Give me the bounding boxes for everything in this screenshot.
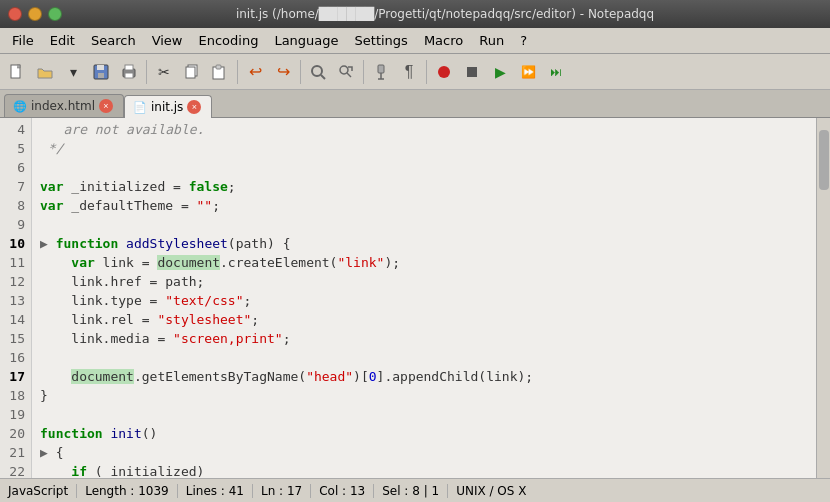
status-eol: UNIX / OS X xyxy=(448,484,534,498)
tab-icon-init: 📄 xyxy=(133,101,147,114)
line-num: 12 xyxy=(6,272,25,291)
toolbar-open[interactable] xyxy=(32,59,58,85)
toolbar-skip[interactable]: ⏭ xyxy=(543,59,569,85)
code-line-15: link.media = "screen,print"; xyxy=(40,329,808,348)
toolbar-sep-1 xyxy=(146,60,147,84)
code-line-20: function init() xyxy=(40,424,808,443)
menu-bar: File Edit Search View Encoding Language … xyxy=(0,28,830,54)
toolbar: ▾ ✂ ↩ ↪ ¶ ▶ ⏩ ⏭ xyxy=(0,54,830,90)
code-line-6 xyxy=(40,158,808,177)
maximize-btn[interactable] xyxy=(48,7,62,21)
line-num: 16 xyxy=(6,348,25,367)
tab-label-init: init.js xyxy=(151,100,183,114)
toolbar-play[interactable]: ▶ xyxy=(487,59,513,85)
tab-icon-index: 🌐 xyxy=(13,100,27,113)
code-editor[interactable]: are not available. */ var _initialized =… xyxy=(32,118,816,478)
svg-point-11 xyxy=(312,66,322,76)
menu-language[interactable]: Language xyxy=(266,31,346,50)
code-line-4: are not available. xyxy=(40,120,808,139)
line-num: 22 xyxy=(6,462,25,478)
toolbar-stop[interactable] xyxy=(459,59,485,85)
toolbar-new[interactable] xyxy=(4,59,30,85)
svg-rect-15 xyxy=(378,65,384,73)
code-line-10: ▶ function addStylesheet(path) { xyxy=(40,234,808,253)
code-line-14: link.rel = "stylesheet"; xyxy=(40,310,808,329)
code-line-19 xyxy=(40,405,808,424)
menu-settings[interactable]: Settings xyxy=(347,31,416,50)
menu-run[interactable]: Run xyxy=(471,31,512,50)
tab-init-js[interactable]: 📄 init.js × xyxy=(124,95,212,118)
svg-rect-2 xyxy=(97,65,104,70)
code-line-5: */ xyxy=(40,139,808,158)
toolbar-undo[interactable]: ↩ xyxy=(242,59,268,85)
line-num: 7 xyxy=(6,177,25,196)
line-num: 15 xyxy=(6,329,25,348)
status-bar: JavaScript Length : 1039 Lines : 41 Ln :… xyxy=(0,478,830,502)
toolbar-sep-2 xyxy=(237,60,238,84)
code-line-12: link.href = path; xyxy=(40,272,808,291)
svg-rect-5 xyxy=(125,65,133,70)
svg-line-14 xyxy=(347,73,351,77)
title-bar: init.js (/home/██████/Progetti/qt/notepa… xyxy=(0,0,830,28)
line-num: 11 xyxy=(6,253,25,272)
line-num: 21 xyxy=(6,443,25,462)
code-line-18: } xyxy=(40,386,808,405)
svg-rect-8 xyxy=(186,67,195,78)
toolbar-pin[interactable] xyxy=(368,59,394,85)
toolbar-record[interactable] xyxy=(431,59,457,85)
toolbar-redo[interactable]: ↪ xyxy=(270,59,296,85)
menu-file[interactable]: File xyxy=(4,31,42,50)
toolbar-paste[interactable] xyxy=(207,59,233,85)
code-line-16 xyxy=(40,348,808,367)
scroll-thumb[interactable] xyxy=(819,130,829,190)
line-num: 9 xyxy=(6,215,25,234)
menu-macro[interactable]: Macro xyxy=(416,31,471,50)
code-line-11: var link = document.createElement("link"… xyxy=(40,253,808,272)
tabs-bar: 🌐 index.html × 📄 init.js × xyxy=(0,90,830,118)
menu-help[interactable]: ? xyxy=(512,31,535,50)
line-num: 14 xyxy=(6,310,25,329)
toolbar-sep-4 xyxy=(363,60,364,84)
menu-encoding[interactable]: Encoding xyxy=(190,31,266,50)
line-num: 13 xyxy=(6,291,25,310)
line-num: 8 xyxy=(6,196,25,215)
status-length: Length : 1039 xyxy=(77,484,178,498)
menu-view[interactable]: View xyxy=(144,31,191,50)
toolbar-print[interactable] xyxy=(116,59,142,85)
toolbar-fast-forward[interactable]: ⏩ xyxy=(515,59,541,85)
svg-rect-10 xyxy=(216,65,221,69)
toolbar-sep-5 xyxy=(426,60,427,84)
line-numbers: 4 5 6 7 8 9 10 11 12 13 14 15 16 17 18 1… xyxy=(0,118,32,478)
code-line-9 xyxy=(40,215,808,234)
line-num: 10 xyxy=(6,234,25,253)
status-col: Col : 13 xyxy=(311,484,374,498)
menu-search[interactable]: Search xyxy=(83,31,144,50)
close-btn[interactable] xyxy=(8,7,22,21)
toolbar-cut[interactable]: ✂ xyxy=(151,59,177,85)
line-num: 20 xyxy=(6,424,25,443)
tab-close-init[interactable]: × xyxy=(187,100,201,114)
toolbar-pilcrow[interactable]: ¶ xyxy=(396,59,422,85)
scrollbar[interactable] xyxy=(816,118,830,478)
svg-rect-19 xyxy=(467,67,477,77)
code-line-17: document.getElementsByTagName("head")[0]… xyxy=(40,367,808,386)
code-line-7: var _initialized = false; xyxy=(40,177,808,196)
line-num: 6 xyxy=(6,158,25,177)
editor: 4 5 6 7 8 9 10 11 12 13 14 15 16 17 18 1… xyxy=(0,118,830,478)
code-line-21: ▶ { xyxy=(40,443,808,462)
toolbar-replace[interactable] xyxy=(333,59,359,85)
line-num: 17 xyxy=(6,367,25,386)
toolbar-find[interactable] xyxy=(305,59,331,85)
menu-edit[interactable]: Edit xyxy=(42,31,83,50)
toolbar-save[interactable] xyxy=(88,59,114,85)
toolbar-copy[interactable] xyxy=(179,59,205,85)
minimize-btn[interactable] xyxy=(28,7,42,21)
svg-point-18 xyxy=(438,66,450,78)
tab-close-index[interactable]: × xyxy=(99,99,113,113)
line-num: 19 xyxy=(6,405,25,424)
toolbar-open-arrow[interactable]: ▾ xyxy=(60,59,86,85)
status-lines: Lines : 41 xyxy=(178,484,253,498)
status-lang: JavaScript xyxy=(8,484,77,498)
tab-index-html[interactable]: 🌐 index.html × xyxy=(4,94,124,117)
code-line-8: var _defaultTheme = ""; xyxy=(40,196,808,215)
